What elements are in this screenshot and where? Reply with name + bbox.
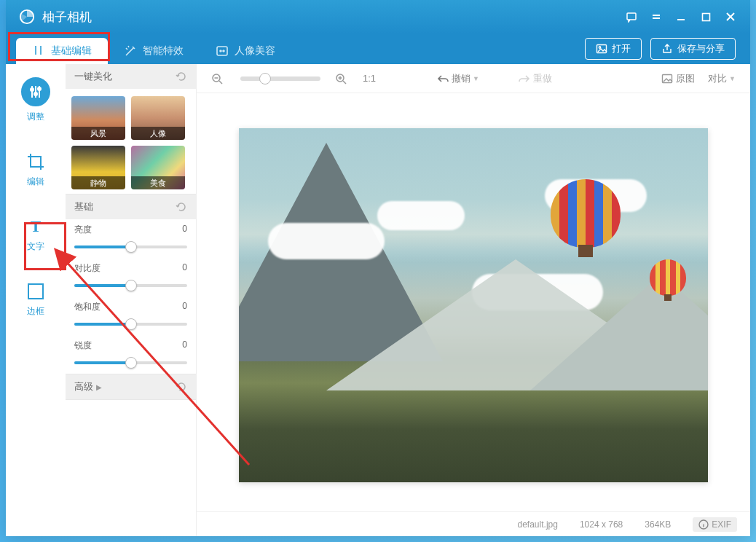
app-logo-icon: [19, 9, 35, 25]
slider-sharpness[interactable]: [74, 356, 187, 369]
control-label: 亮度: [74, 224, 92, 236]
tab-portrait-beauty[interactable]: 人像美容: [200, 38, 291, 64]
svg-point-7: [599, 47, 600, 48]
svg-rect-2: [702, 13, 709, 20]
status-filesize: 364KB: [645, 519, 671, 530]
status-dimensions: 1024 x 768: [580, 519, 623, 530]
section-basic[interactable]: 基础: [66, 195, 196, 219]
control-contrast: 对比度0: [66, 258, 196, 296]
settings-panel: 一键美化 风景 人像 静物 美食 基础 亮度0: [66, 64, 197, 536]
control-label: 对比度: [74, 262, 101, 275]
tools-icon: [32, 44, 45, 58]
exif-button[interactable]: EXIF: [693, 517, 737, 532]
export-icon: [661, 43, 673, 55]
title-bar: 柚子相机: [6, 0, 750, 34]
image-stage: [197, 93, 750, 511]
zoom-out-icon: [211, 73, 223, 85]
svg-point-8: [31, 88, 34, 91]
button-label: 对比: [708, 72, 727, 85]
frame-icon: [26, 282, 45, 301]
face-icon: [216, 44, 229, 58]
reset-icon[interactable]: [176, 381, 187, 393]
slider-contrast[interactable]: [74, 279, 187, 292]
button-label: 撤销: [452, 72, 470, 85]
button-label: 打开: [612, 42, 631, 55]
side-edit[interactable]: 编辑: [6, 152, 66, 188]
svg-point-10: [38, 87, 41, 90]
preset-landscape[interactable]: 风景: [71, 96, 125, 140]
canvas-toolbar: 1:1 撤销▼ 重做 原图 对比▼: [197, 64, 750, 93]
control-sharpness: 锐度0: [66, 335, 196, 374]
side-frame[interactable]: 边框: [6, 282, 66, 318]
side-text[interactable]: T 文字: [6, 217, 66, 253]
compare-button[interactable]: 对比▼: [704, 69, 740, 88]
thumb-label: 静物: [71, 176, 125, 189]
preset-portrait[interactable]: 人像: [131, 96, 185, 140]
side-label: 文字: [27, 240, 44, 253]
zoom-slider[interactable]: [240, 76, 320, 81]
undo-button[interactable]: 撤销▼: [433, 69, 484, 88]
svg-rect-11: [28, 284, 43, 299]
control-value: 0: [182, 262, 187, 275]
maximize-button[interactable]: [693, 0, 718, 34]
svg-rect-12: [28, 284, 43, 299]
preset-food[interactable]: 美食: [131, 146, 185, 189]
image-icon: [596, 43, 607, 55]
thumb-label: 人像: [131, 127, 185, 140]
canvas-area: 1:1 撤销▼ 重做 原图 对比▼ default.jpg: [197, 64, 750, 536]
menu-icon[interactable]: [644, 0, 669, 34]
status-bar: default.jpg 1024 x 768 364KB EXIF: [197, 511, 750, 536]
svg-point-4: [220, 50, 221, 52]
button-label: 保存与分享: [677, 42, 725, 55]
svg-point-9: [34, 93, 37, 95]
text-icon: T: [31, 217, 42, 236]
sliders-icon: [28, 84, 44, 100]
chevron-right-icon: ▶: [96, 383, 102, 391]
redo-button[interactable]: 重做: [514, 69, 556, 88]
app-title: 柚子相机: [42, 9, 619, 25]
chevron-down-icon: ▼: [729, 75, 736, 82]
reset-icon[interactable]: [176, 71, 187, 82]
control-label: 饱和度: [74, 301, 101, 313]
control-brightness: 亮度0: [66, 219, 196, 258]
thumb-label: 美食: [131, 176, 185, 189]
section-beautify[interactable]: 一键美化: [66, 64, 196, 89]
tab-smart-effects[interactable]: 智能特效: [108, 38, 200, 64]
slider-brightness[interactable]: [74, 240, 187, 254]
save-share-button[interactable]: 保存与分享: [650, 38, 736, 60]
close-button[interactable]: [718, 0, 743, 34]
section-advanced[interactable]: 高级 ▶: [66, 374, 196, 399]
zoom-ratio: 1:1: [363, 73, 376, 84]
control-saturation: 饱和度0: [66, 296, 196, 335]
reset-icon[interactable]: [176, 201, 187, 213]
slider-saturation[interactable]: [74, 318, 187, 331]
tab-basic-edit[interactable]: 基础编辑: [16, 38, 108, 64]
zoom-in-button[interactable]: [331, 70, 354, 87]
zoom-actual-button[interactable]: 1:1: [358, 70, 380, 87]
info-icon: [698, 519, 709, 530]
button-label: 原图: [676, 72, 695, 85]
zoom-out-button[interactable]: [207, 70, 230, 87]
side-adjust[interactable]: 调整: [6, 77, 66, 123]
control-value: 0: [182, 224, 187, 236]
side-label: 边框: [27, 305, 44, 318]
original-button[interactable]: 原图: [657, 69, 699, 88]
section-title: 基础: [74, 200, 93, 213]
status-filename: default.jpg: [518, 519, 558, 530]
preset-still[interactable]: 静物: [71, 146, 125, 189]
svg-rect-3: [217, 47, 227, 55]
minimize-button[interactable]: [669, 0, 693, 34]
preview-image[interactable]: [239, 128, 708, 482]
svg-rect-1: [627, 13, 636, 20]
zoom-in-icon: [335, 73, 347, 85]
feedback-icon[interactable]: [619, 0, 644, 34]
chevron-down-icon: ▼: [473, 75, 479, 82]
crop-icon: [26, 152, 45, 171]
open-button[interactable]: 打开: [585, 38, 642, 60]
tab-label: 智能特效: [143, 44, 184, 58]
thumb-label: 风景: [71, 127, 125, 140]
button-label: 重做: [533, 72, 552, 85]
section-title: 高级: [74, 380, 93, 393]
redo-icon: [519, 73, 530, 85]
exif-label: EXIF: [712, 519, 731, 530]
